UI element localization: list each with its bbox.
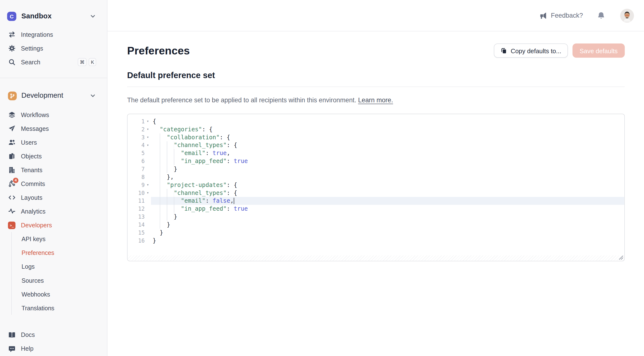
sidebar-item-webhooks[interactable]: Webhooks [12,287,107,301]
gear-icon [8,44,16,52]
main-area: Feedback? Preferences Copy defaults to..… [108,0,644,356]
integrations-icon [8,31,16,38]
sidebar-item-settings[interactable]: Settings [0,41,107,55]
code-line: 14} [128,221,624,229]
app-window: C Sandbox Integrations Settings [0,0,644,356]
sidebar-divider [0,78,107,78]
code-line: 3▾"collaboration": { [128,133,624,141]
sidebar-item-search[interactable]: Search ⌘ K [0,55,107,69]
environment-switcher[interactable]: Development [8,88,96,103]
resize-handle-icon[interactable] [618,255,624,260]
sidebar-item-preferences[interactable]: Preferences [12,246,107,260]
sidebar-top-nav: Integrations Settings Search ⌘ K [0,28,107,69]
code-line: 12"in_app_feed": true [128,205,624,213]
chat-bubble-icon [8,345,16,352]
sidebar-section-nav: Workflows Messages Users Objects [0,108,107,315]
git-branch-icon [8,92,17,100]
code-icon [8,194,16,201]
sidebar-item-label: Users [21,139,37,146]
layers-icon [8,111,16,118]
save-defaults-button[interactable]: Save defaults [573,44,625,58]
copy-icon [500,48,507,54]
chevron-down-icon [90,13,96,19]
sidebar-item-translations[interactable]: Translations [12,301,107,315]
sidebar-item-help[interactable]: Help [0,342,107,356]
workspace-name: Sandbox [21,12,52,20]
sidebar-item-integrations[interactable]: Integrations [0,28,107,41]
code-line: 11"email": false, [128,197,624,205]
sidebar-item-layouts[interactable]: Layouts [0,190,107,204]
paper-plane-icon [8,125,16,132]
sidebar-item-users[interactable]: Users [0,136,107,149]
chevron-down-icon [90,93,96,99]
code-line: 8}, [128,173,624,181]
sidebar-item-label: Commits [21,180,45,187]
sidebar-item-objects[interactable]: Objects [0,149,107,163]
copy-defaults-label: Copy defaults to... [511,47,561,54]
cmd-key: ⌘ [78,58,86,66]
top-bar: Feedback? [108,0,644,32]
section-description: The default preference set to be applied… [127,96,625,104]
code-line: 10▾"channel_types": { [128,189,624,197]
sidebar-item-label: Docs [21,332,35,338]
sidebar-item-label: Settings [21,45,43,52]
sidebar-item-docs[interactable]: Docs [0,328,107,342]
pulse-icon [8,208,16,215]
developers-subnav: API keys Preferences Logs Sources Webhoo… [11,232,107,315]
commits-count-badge: 4 [13,178,18,183]
sidebar-item-tenants[interactable]: Tenants [0,163,107,177]
sidebar-item-developers[interactable]: >_ Developers [0,218,107,232]
feedback-button[interactable]: Feedback? [540,12,583,19]
git-commit-icon: 4 [8,180,16,188]
sidebar-item-label: Workflows [21,112,49,118]
code-line: 7} [128,165,624,173]
page-title: Preferences [127,44,190,57]
sidebar-item-label: Analytics [21,208,46,215]
avatar[interactable] [620,8,634,22]
k-key: K [89,58,96,66]
copy-defaults-button[interactable]: Copy defaults to... [494,44,568,58]
sidebar-bottom-nav: Docs Help [0,328,107,356]
sidebar-item-commits[interactable]: 4 Commits [0,177,107,190]
code-line: 16} [128,236,624,244]
code-line: 2▾"categories": { [128,126,624,134]
notifications-bell-icon[interactable] [597,12,605,20]
book-icon [8,331,16,338]
sidebar-item-sources[interactable]: Sources [12,273,107,287]
code-line: 1▾{ [128,118,624,126]
feedback-label: Feedback? [551,12,583,19]
environment-name: Development [21,92,63,100]
sidebar-item-label: Search [21,59,40,66]
terminal-icon: >_ [8,221,16,229]
sidebar-item-label: Objects [21,153,42,160]
sidebar-item-analytics[interactable]: Analytics [0,204,107,218]
code-line: 13} [128,213,624,221]
learn-more-link[interactable]: Learn more. [358,96,393,104]
megaphone-icon [540,12,547,19]
sidebar-item-logs[interactable]: Logs [12,260,107,273]
search-shortcut: ⌘ K [78,58,96,66]
documents-icon [8,152,16,160]
sidebar-item-label: Layouts [21,194,42,201]
sidebar-item-workflows[interactable]: Workflows [0,108,107,122]
code-line: 4▾"channel_types": { [128,141,624,149]
section-divider [127,86,625,87]
search-icon [8,58,16,66]
workspace-switcher[interactable]: C Sandbox [7,11,96,21]
sidebar-item-label: Tenants [21,167,42,174]
sidebar-item-api-keys[interactable]: API keys [12,232,107,246]
sidebar-item-messages[interactable]: Messages [0,122,107,136]
workspace-logo: C [7,12,16,21]
code-editor[interactable]: 1▾{2▾"categories": {3▾"collaboration": {… [127,114,625,261]
sidebar-item-label: Integrations [21,31,53,38]
users-icon [8,138,16,146]
section-title: Default preference set [127,70,625,80]
code-line: 15} [128,229,624,237]
code-line: 6"in_app_feed": true [128,157,624,165]
code-line: 5"email": true, [128,149,624,157]
page-content: Preferences Copy defaults to... Save def… [108,32,644,262]
building-icon [8,166,16,174]
code-line: 9▾"project-updates": { [128,181,624,189]
save-defaults-label: Save defaults [580,47,618,54]
sidebar: C Sandbox Integrations Settings [0,0,108,356]
